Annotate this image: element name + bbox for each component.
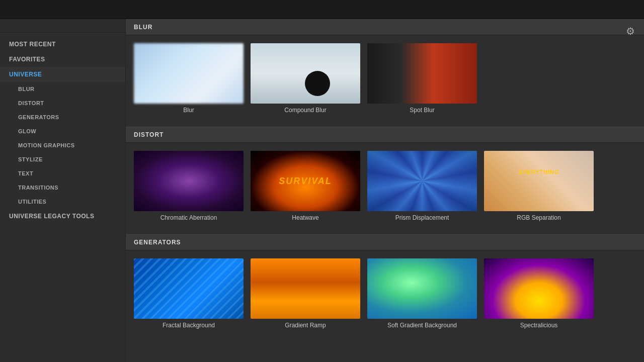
sidebar-item-text[interactable]: TEXT [0,166,125,180]
plugin-label-chromatic-aberration: Chromatic Aberration [134,214,244,221]
section-blur: BLURBlurCompound BlurSpot Blur [126,19,644,122]
plugin-card-prism-displacement[interactable]: Prism Displacement [367,151,477,221]
titlebar [0,0,644,19]
sidebar-item-favorites[interactable]: FAVORITES [0,52,125,67]
section-header-distort: DISTORT [126,127,644,143]
sidebar-item-stylize[interactable]: STYLIZE [0,152,125,166]
plugin-card-spot-blur[interactable]: Spot Blur [367,43,477,114]
plugin-card-fractal-background[interactable]: Fractal Background [134,258,244,329]
plugin-label-rgb-separation: RGB Separation [484,214,594,221]
section-header-blur: BLUR [126,19,644,35]
plugin-label-gradient-ramp: Gradient Ramp [251,322,360,329]
plugin-card-spectralicious[interactable]: Spectralicious [484,258,594,329]
settings-button[interactable]: ⚙ [626,25,635,37]
section-generators: GENERATORSFractal BackgroundGradient Ram… [126,234,644,337]
main-layout: MOST RECENTFAVORITESUNIVERSEBLURDISTORTG… [0,19,644,362]
plugin-label-spectralicious: Spectralicious [484,322,594,329]
sidebar-item-blur[interactable]: BLUR [0,82,125,96]
plugin-card-rgb-separation[interactable]: RGB Separation [484,151,594,221]
plugin-thumb-soft-gradient-background [367,258,477,319]
section-distort: DISTORTChromatic AberrationHeatwavePrism… [126,127,644,229]
plugin-card-blur[interactable]: Blur [134,43,244,114]
plugin-thumb-spot-blur [367,43,477,104]
plugin-thumb-heatwave [251,151,360,211]
logo [0,19,125,33]
plugin-thumb-spectralicious [484,258,594,319]
sidebar-item-most-recent[interactable]: MOST RECENT [0,37,125,52]
plugin-thumb-prism-displacement [367,151,477,211]
plugin-label-fractal-background: Fractal Background [134,322,244,329]
plugin-thumb-fractal-background [134,258,244,319]
sidebar-item-universe[interactable]: UNIVERSE [0,67,125,82]
plugin-label-spot-blur: Spot Blur [367,107,477,114]
plugin-card-heatwave[interactable]: Heatwave [251,151,360,221]
plugin-card-compound-blur[interactable]: Compound Blur [251,43,360,114]
sidebar-item-transitions[interactable]: TRANSITIONS [0,180,125,195]
sidebar-item-distort[interactable]: DISTORT [0,96,125,110]
plugin-card-chromatic-aberration[interactable]: Chromatic Aberration [134,151,244,221]
sidebar-item-utilities[interactable]: UTILITIES [0,195,125,209]
section-items-distort: Chromatic AberrationHeatwavePrism Displa… [126,143,644,229]
plugin-label-compound-blur: Compound Blur [251,107,360,114]
plugin-thumb-rgb-separation [484,151,594,211]
plugin-card-gradient-ramp[interactable]: Gradient Ramp [251,258,360,329]
plugin-thumb-gradient-ramp [251,258,360,319]
plugin-label-heatwave: Heatwave [251,214,360,221]
content-area: ⚙ BLURBlurCompound BlurSpot BlurDISTORTC… [126,19,644,362]
sidebar-item-motion-graphics[interactable]: MOTION GRAPHICS [0,138,125,152]
sidebar-item-generators[interactable]: GENERATORS [0,110,125,124]
sidebar-nav: MOST RECENTFAVORITESUNIVERSEBLURDISTORTG… [0,33,125,228]
section-header-generators: GENERATORS [126,234,644,250]
plugin-thumb-compound-blur [251,43,360,104]
plugin-thumb-chromatic-aberration [134,151,244,211]
plugin-label-soft-gradient-background: Soft Gradient Background [367,322,477,329]
sidebar-item-universe-legacy-tools[interactable]: UNIVERSE LEGACY TOOLS [0,209,125,224]
plugin-label-prism-displacement: Prism Displacement [367,214,477,221]
sidebar-item-glow[interactable]: GLOW [0,124,125,138]
plugin-label-blur: Blur [134,107,244,114]
section-items-blur: BlurCompound BlurSpot Blur [126,35,644,122]
plugin-card-soft-gradient-background[interactable]: Soft Gradient Background [367,258,477,329]
sidebar: MOST RECENTFAVORITESUNIVERSEBLURDISTORTG… [0,19,126,362]
section-items-generators: Fractal BackgroundGradient RampSoft Grad… [126,250,644,337]
plugin-thumb-blur [134,43,244,104]
